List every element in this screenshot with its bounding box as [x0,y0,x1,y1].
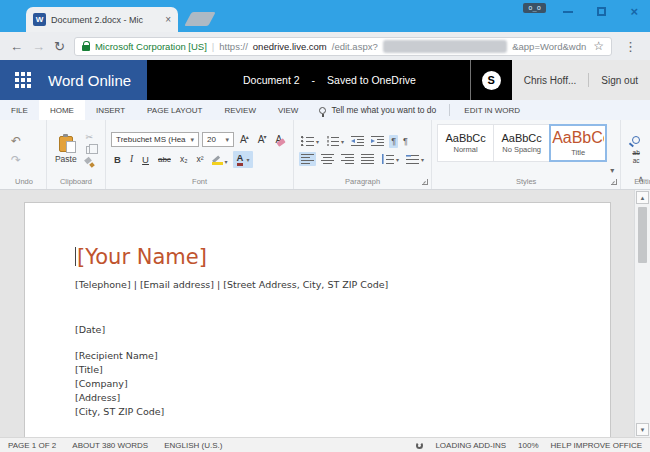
language-status[interactable]: ENGLISH (U.S.) [164,441,222,450]
align-right-button[interactable] [339,152,356,166]
date-line: [Date] [75,324,570,335]
document-title[interactable]: Document 2 [243,74,300,86]
clear-formatting-button[interactable]: A [272,135,288,145]
account-name[interactable]: Chris Hoff... [524,75,577,86]
style-normal[interactable]: AaBbCc Normal [437,124,493,162]
recipient-line: [Company] [75,377,570,391]
zoom-level[interactable]: 100% [518,441,538,450]
recipient-block: [Recipient Name] [Title] [Company] [Addr… [75,349,570,419]
url-suffix: &app=Word&wdn [512,41,586,52]
scroll-down-icon[interactable]: ▼ [636,423,649,436]
copy-icon[interactable] [86,146,93,154]
save-status: Saved to OneDrive [327,74,416,86]
decrease-indent-button[interactable] [349,134,366,148]
align-center-button[interactable] [319,152,336,166]
cut-icon[interactable]: ✂ [85,133,93,142]
cert-name[interactable]: Microsoft Corporation [US] [95,41,207,52]
font-size-select[interactable]: 20 ▾ [202,132,234,147]
tab-review[interactable]: REVIEW [213,100,267,120]
italic-button[interactable]: I [127,153,136,166]
tab-file[interactable]: FILE [0,100,39,120]
address-bar[interactable]: Microsoft Corporation [US] | https://one… [74,37,612,56]
font-name-select[interactable]: Trebuchet MS (Hea ▾ [111,132,199,147]
font-color-button[interactable]: A ▾ [233,151,254,168]
line-spacing-button[interactable]: ▾ [379,152,401,166]
styles-dialog-launcher-icon[interactable] [611,179,617,185]
tab-insert[interactable]: INSERT [85,100,136,120]
tell-me-box[interactable]: Tell me what you want to do [309,100,446,120]
help-improve-office[interactable]: HELP IMPROVE OFFICE [551,441,642,450]
browser-menu-icon[interactable]: ⋮ [621,39,640,54]
sign-out-link[interactable]: Sign out [601,75,638,86]
text-cursor [75,247,76,266]
align-left-icon [301,154,314,164]
styles-group: AaBbCc Normal AaBbCc No Spacing AaBbCc T… [431,120,620,189]
skype-button[interactable]: S [470,60,512,100]
word-count[interactable]: ABOUT 380 WORDS [72,441,148,450]
paragraph-group: ▾ ▾ ¶ ¶ ▾ ▾ [293,120,431,189]
page-count[interactable]: PAGE 1 OF 2 [8,441,56,450]
minimize-button[interactable] [563,11,573,13]
url-scheme: https:// [219,41,248,52]
paste-button[interactable]: Paste [52,135,80,165]
scroll-up-icon[interactable]: ▲ [636,191,649,204]
tab-page-layout[interactable]: PAGE LAYOUT [136,100,213,120]
undo-icon[interactable]: ↶ [11,135,21,147]
styles-gallery-more-icon[interactable]: ▾ [607,166,615,176]
pilcrow-ltr-icon: ¶ [391,137,396,146]
special-indent-button[interactable]: ▾ [404,152,426,166]
contact-line: [Telephone] | [Email address] | [Street … [75,279,570,290]
vertical-scrollbar[interactable]: ▲ ▼ [634,190,650,437]
scrollbar-thumb[interactable] [638,207,647,263]
bullets-button[interactable]: ▾ [299,134,321,148]
paste-label: Paste [55,154,77,164]
tab-view[interactable]: VIEW [267,100,309,120]
find-icon[interactable] [632,136,640,144]
strikethrough-button[interactable]: abc [155,154,174,166]
bold-button[interactable]: B [111,153,124,166]
increase-indent-button[interactable] [369,134,386,148]
grow-font-button[interactable]: A▴ [237,135,252,145]
forward-icon[interactable]: → [32,40,45,53]
undo-group: ↶ ↷ Undo [2,120,46,189]
indent-icon [371,136,384,146]
highlight-button[interactable]: ▾ [210,153,230,166]
style-title-selected[interactable]: AaBbCc Title [549,124,607,162]
loading-addins: LOADING ADD-INS [435,441,506,450]
back-icon[interactable]: ← [10,40,23,53]
collapse-ribbon-icon[interactable]: ∧ [637,175,644,184]
rtl-direction-button[interactable]: ¶ [401,135,410,148]
app-launcher-button[interactable] [0,60,46,100]
shrink-font-button[interactable]: A▾ [255,135,270,145]
clipboard-group-label: Clipboard [52,176,100,189]
redo-icon[interactable]: ↷ [11,154,21,166]
close-button[interactable]: × [630,5,638,18]
format-painter-icon[interactable] [85,158,94,167]
numbering-button[interactable]: ▾ [324,134,346,148]
document-page[interactable]: [Your Name] [Telephone] | [Email address… [24,202,611,437]
superscript-button[interactable]: x² [193,153,206,165]
align-right-icon [341,154,354,164]
recipient-line: [Recipient Name] [75,349,570,363]
bookmark-star-icon[interactable]: ☆ [593,39,604,53]
edit-in-word-button[interactable]: EDIT IN WORD [453,100,531,120]
bullet-list-icon [301,136,314,146]
font-group-label: Font [111,176,288,189]
align-left-button[interactable] [299,152,316,166]
tab-home[interactable]: HOME [39,100,85,120]
paragraph-dialog-launcher-icon[interactable] [422,179,428,185]
subscript-button[interactable]: x₂ [177,153,191,165]
status-bar: PAGE 1 OF 2 ABOUT 380 WORDS ENGLISH (U.S… [0,437,650,452]
tab-close-icon[interactable]: × [165,15,171,25]
reload-icon[interactable]: ↻ [54,40,65,53]
browser-tab[interactable]: W Document 2.docx - Mic × [26,7,178,32]
ribbon: ↶ ↷ Undo Paste ✂ Clipboard [0,120,650,190]
maximize-button[interactable] [597,7,606,16]
new-tab-button[interactable] [184,12,215,26]
ltr-direction-button[interactable]: ¶ [389,135,398,148]
justify-button[interactable] [359,152,376,166]
recipient-line: [City, ST ZIP Code] [75,405,570,419]
style-no-spacing[interactable]: AaBbCc No Spacing [493,124,549,162]
replace-icon[interactable]: ab ac [633,149,640,163]
underline-button[interactable]: U [139,153,152,166]
